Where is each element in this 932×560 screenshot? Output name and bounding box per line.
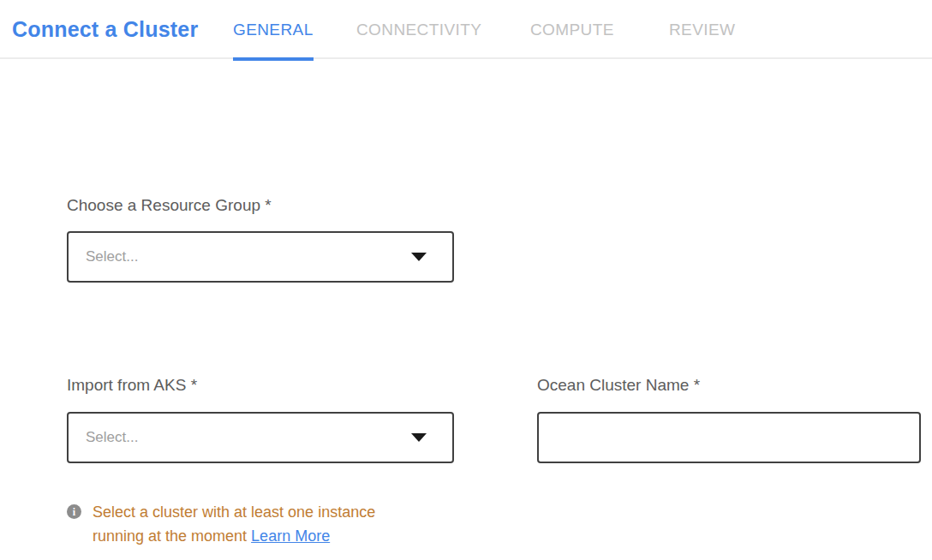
cluster-name-input[interactable]	[537, 412, 921, 463]
wizard-header: Connect a Cluster GENERAL CONNECTIVITY C…	[0, 0, 932, 59]
tab-review[interactable]: REVIEW	[669, 0, 735, 59]
import-aks-select[interactable]: Select...	[67, 412, 454, 463]
note-text: Select a cluster with at least one insta…	[93, 500, 408, 548]
resource-group-label: Choose a Resource Group *	[67, 196, 272, 215]
learn-more-link[interactable]: Learn More	[251, 527, 330, 545]
tab-general[interactable]: GENERAL	[233, 0, 314, 59]
cluster-name-label: Ocean Cluster Name *	[537, 376, 700, 395]
import-aks-label: Import from AKS *	[67, 376, 197, 395]
info-icon: i	[67, 504, 81, 519]
cluster-instance-note: i Select a cluster with at least one ins…	[67, 500, 409, 548]
resource-group-select[interactable]: Select...	[67, 231, 454, 283]
resource-group-placeholder: Select...	[86, 248, 138, 265]
chevron-down-icon	[411, 253, 427, 261]
connect-cluster-wizard: Connect a Cluster GENERAL CONNECTIVITY C…	[0, 0, 932, 560]
chevron-down-icon	[411, 433, 427, 442]
note-message: Select a cluster with at least one insta…	[93, 503, 375, 545]
import-aks-placeholder: Select...	[86, 429, 138, 446]
tab-compute[interactable]: COMPUTE	[530, 0, 614, 59]
tab-connectivity[interactable]: CONNECTIVITY	[356, 0, 481, 59]
page-title: Connect a Cluster	[12, 0, 198, 59]
